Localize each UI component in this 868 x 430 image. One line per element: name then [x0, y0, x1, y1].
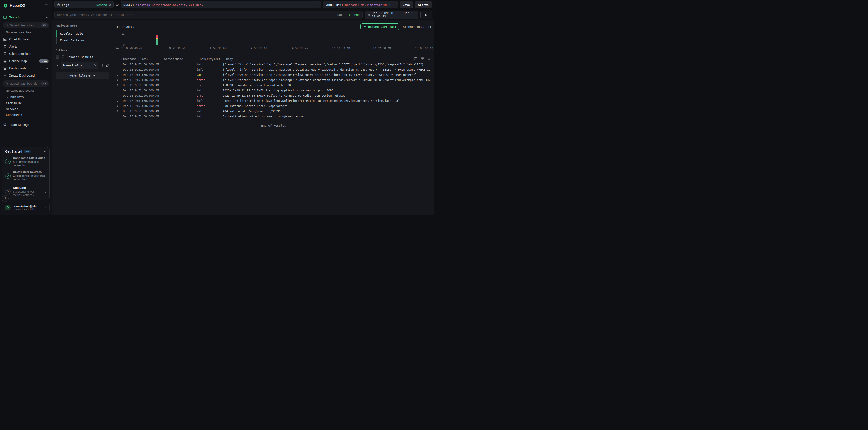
row-expander-icon[interactable]: [117, 63, 121, 66]
sidebar-search-label: Search: [9, 15, 20, 19]
bar-chart-icon[interactable]: [100, 64, 104, 67]
resume-live-tail-button[interactable]: Resume Live Tail: [361, 23, 399, 30]
table-row[interactable]: Dec 10 9:51:30.000 AMinfo{"level":"info"…: [113, 62, 434, 67]
lucene-toggle[interactable]: Lucene: [349, 13, 360, 16]
table-row[interactable]: Dec 10 9:51:30.000 AMinfo2025-12-09 22:1…: [113, 88, 434, 93]
saved-searches-input[interactable]: Saved Searches ⌘K: [3, 22, 49, 28]
table-row[interactable]: Dec 10 9:51:30.000 AMinfoAuthentication …: [113, 114, 434, 119]
sidebar-item-team-settings[interactable]: ⚙ Team Settings: [0, 121, 52, 128]
chevron-down-icon: [6, 96, 9, 99]
row-expander-icon[interactable]: [117, 68, 121, 71]
date-range-picker[interactable]: Dec 10 09:50:13 - Dec 10 10:05:13: [365, 11, 418, 19]
sidebar-item-search[interactable]: Search: [0, 13, 52, 21]
source-selector[interactable]: Logs Schema: [54, 1, 114, 8]
x-axis-tick-label: 10:05:00 AM: [415, 47, 433, 50]
topbar: Logs Schema ⚙ SELECT Timestamp,ServiceNa…: [52, 0, 434, 9]
run-query-button[interactable]: [421, 11, 432, 19]
user-account-button[interactable]: D dominic.tran@clic... dominic.tran@clic…: [2, 203, 50, 212]
plus-icon: [4, 74, 7, 77]
cell-severitytext: error: [196, 94, 223, 97]
code-view-icon[interactable]: [413, 57, 417, 60]
saved-dashboards-input[interactable]: Saved Dashboards ⌘K: [3, 80, 49, 87]
sidebar-item-chart-explorer[interactable]: Chart Explorer: [0, 36, 52, 43]
col-header-body[interactable]: Body: [223, 57, 431, 61]
get-started-title: Get Started: [5, 150, 22, 153]
cmd-k-shortcut: ⌘K: [41, 81, 48, 86]
search-section-icon: [3, 15, 7, 19]
alerts-button[interactable]: Alerts: [415, 1, 432, 8]
results-table: Timestamp (Local) ServiceName SeverityTe…: [113, 56, 434, 119]
x-axis-tick-label: 9:54:30 AM: [210, 47, 226, 50]
bell-icon: [3, 45, 7, 48]
analysis-mode-results-table[interactable]: Results Table: [56, 30, 109, 37]
row-expander-icon[interactable]: [117, 84, 121, 86]
col-header-servicename[interactable]: ServiceName: [161, 57, 196, 61]
preset-kubernetes[interactable]: Kubernetes: [0, 112, 52, 118]
cell-severitytext: info: [196, 109, 223, 113]
table-row[interactable]: Dec 10 9:51:30.000 AMerror{"level":"erro…: [113, 77, 434, 82]
pin-icon[interactable]: [106, 64, 109, 67]
save-button[interactable]: Save: [400, 1, 413, 8]
create-dashboard-button[interactable]: Create Dashboard: [0, 72, 52, 79]
preset-services[interactable]: Services: [0, 106, 52, 112]
row-expander-icon[interactable]: [117, 79, 121, 81]
step-create-data-sources[interactable]: Create Data Sources Configure where your…: [5, 170, 46, 181]
row-expander-icon[interactable]: [117, 89, 121, 92]
more-filters-button[interactable]: More filters: [56, 72, 109, 79]
collapse-sidebar-icon[interactable]: [45, 4, 49, 7]
table-row[interactable]: Dec 10 9:51:30.000 AMwarn{"level":"warn"…: [113, 72, 434, 77]
row-expander-icon[interactable]: [117, 110, 121, 112]
table-row[interactable]: Dec 10 9:51:30.000 AMerror500 Internal S…: [113, 103, 434, 108]
histogram-bar[interactable]: [156, 35, 158, 45]
check-circle-icon: [5, 173, 11, 178]
table-row[interactable]: Dec 10 9:51:30.000 AMinfo404 Not Found: …: [113, 108, 434, 114]
arrow-right-icon: →: [43, 190, 46, 194]
sql-toggle[interactable]: SQL: [337, 13, 343, 16]
service-map-icon: [3, 59, 7, 63]
table-row[interactable]: Dec 10 9:51:30.000 AMerror2025-12-09 22:…: [113, 93, 434, 98]
severitytext-filter-field[interactable]: SeverityText: [61, 62, 98, 69]
source-settings-gear-icon[interactable]: ⚙: [115, 3, 119, 7]
cell-body: Authentication failed for user: john@exa…: [223, 114, 431, 118]
analysis-mode-label: Analysis Mode: [56, 24, 109, 27]
step-connect-clickhouse[interactable]: Connect to ClickHouse Set up your databa…: [5, 156, 46, 167]
beta-badge: BETA: [39, 60, 49, 63]
table-row[interactable]: Dec 10 9:51:30.000 AMinfo{"level":"info"…: [113, 67, 434, 72]
table-row[interactable]: Dec 10 9:51:30.000 AMerror[ERROR] Lambda…: [113, 82, 434, 88]
row-expander-icon[interactable]: [117, 99, 121, 102]
row-expander-icon[interactable]: [117, 94, 121, 97]
x-axis-tick-label: 9:58:30 AM: [292, 47, 308, 50]
step-add-data[interactable]: 3 Add Data Start sending logs, metrics, …: [5, 186, 46, 197]
sidebar-item-service-map[interactable]: Service Map BETA: [0, 58, 52, 65]
sidebar-item-dashboards[interactable]: Dashboards: [0, 65, 52, 72]
wrap-lines-icon[interactable]: [421, 57, 424, 60]
download-icon[interactable]: [428, 57, 431, 60]
row-expander-icon[interactable]: [117, 105, 121, 107]
cell-severitytext: info: [196, 89, 223, 92]
sidebar-item-alerts[interactable]: Alerts: [0, 43, 52, 50]
cell-severitytext: info: [196, 63, 223, 66]
chevron-right-icon[interactable]: [56, 64, 59, 67]
row-expander-icon[interactable]: [117, 115, 121, 118]
col-header-severitytext[interactable]: SeverityText: [196, 57, 223, 61]
analysis-mode-event-patterns[interactable]: Event Patterns: [56, 37, 109, 44]
calendar-icon: [367, 13, 370, 16]
chart-x-labels: Dec 10 9:50:00 AM9:52:30 AM9:54:30 AM9:5…: [126, 47, 433, 51]
results-panel: 11 Results Resume Live Tail Scanned Rows…: [113, 20, 434, 215]
chevron-up-icon[interactable]: [44, 150, 46, 153]
table-row[interactable]: Dec 10 9:51:30.000 AMinfoException in th…: [113, 98, 434, 103]
row-expander-icon[interactable]: [117, 73, 121, 76]
x-axis-tick-label: 9:52:30 AM: [169, 47, 185, 50]
presets-toggle[interactable]: PRESETS: [0, 94, 52, 100]
order-by-input[interactable]: ORDER BY (TimestampTime, Timestamp) DESC: [323, 1, 398, 8]
denoise-checkbox[interactable]: [56, 55, 59, 59]
col-header-timestamp[interactable]: Timestamp (Local): [121, 57, 161, 61]
cell-severitytext: info: [196, 68, 223, 71]
select-query-input[interactable]: SELECT Timestamp,ServiceName,SeverityTex…: [121, 1, 321, 8]
hyperdx-logo-icon: [3, 3, 8, 8]
preset-clickhouse[interactable]: ClickHouse: [0, 100, 52, 106]
help-button[interactable]: ?: [2, 195, 9, 202]
sidebar-item-client-sessions[interactable]: Client Sessions: [0, 50, 52, 58]
end-of-results: End of Results: [113, 124, 434, 127]
event-search-input[interactable]: [57, 13, 335, 16]
